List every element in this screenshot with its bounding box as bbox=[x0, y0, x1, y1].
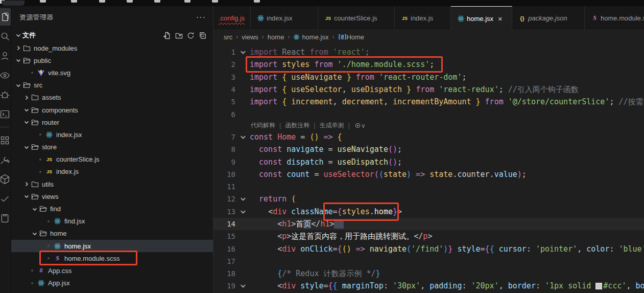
code-line-4[interactable]: 4import { useSelector, useDispatch } fro… bbox=[213, 83, 644, 96]
line-number[interactable]: 13 bbox=[213, 208, 236, 216]
line-number[interactable]: 1 bbox=[213, 48, 236, 56]
check-icon[interactable] bbox=[0, 190, 11, 207]
tree-file-index.js[interactable]: JSindex.js bbox=[11, 166, 213, 178]
activity-bar[interactable] bbox=[0, 6, 11, 293]
line-number[interactable]: 18 bbox=[213, 269, 236, 278]
tab-config.js[interactable]: .config.js bbox=[213, 6, 251, 30]
tree-file-index.jsx[interactable]: index.jsx bbox=[11, 128, 213, 141]
code-line-16[interactable]: 16 <div onClick={() => navigate('/find')… bbox=[213, 242, 644, 255]
codelens-caret[interactable]: ∨ bbox=[362, 122, 365, 129]
tree-folder-router[interactable]: router bbox=[11, 116, 213, 128]
fold-chevron-icon[interactable] bbox=[236, 209, 250, 215]
code-line-17[interactable]: 17 bbox=[213, 255, 644, 267]
clipboard-icon[interactable] bbox=[0, 209, 11, 227]
tree-file-App.css[interactable]: #App.css bbox=[11, 264, 213, 277]
code-area[interactable]: 1import React from 'react';2import style… bbox=[213, 43, 644, 292]
code-line-19[interactable]: 19 <div style={{ marginTop: '30px', padd… bbox=[213, 280, 644, 292]
codelens-link[interactable]: 函数注释 bbox=[285, 121, 309, 130]
breadcrumb-item-home[interactable]: home bbox=[268, 33, 284, 41]
code-line-2[interactable]: 2import styles from './home.module.scss'… bbox=[213, 58, 644, 71]
new-folder-button[interactable] bbox=[174, 30, 184, 40]
tree-file-home.module.scss[interactable]: Shome.module.scss bbox=[11, 252, 213, 264]
breadcrumb-item-home.jsx[interactable]: home.jsx bbox=[293, 33, 328, 41]
tree-file-home.jsx[interactable]: home.jsx bbox=[11, 240, 213, 252]
tab-home.module.scss[interactable]: Shome.module.scss bbox=[585, 6, 644, 30]
tree-folder-store[interactable]: store bbox=[11, 141, 213, 153]
more-actions-icon[interactable]: ··· bbox=[196, 13, 206, 22]
tree-folder-components[interactable]: components bbox=[11, 104, 213, 116]
line-number[interactable]: 14 bbox=[213, 220, 236, 228]
code-line-13[interactable]: 13 <div className={styles.home}> bbox=[213, 206, 644, 218]
accounts-icon[interactable] bbox=[0, 47, 11, 64]
tree-folder-public[interactable]: public bbox=[11, 54, 213, 66]
files-section-header[interactable]: 文件 bbox=[11, 29, 213, 42]
code-line-12[interactable]: 12 return ( bbox=[213, 193, 644, 205]
code-line-18[interactable]: 18 {/* Redux 计数器示例 */} bbox=[213, 267, 644, 280]
line-number[interactable]: 19 bbox=[213, 282, 236, 290]
code-line-8[interactable]: 8 const navigate = useNavigate(); bbox=[213, 143, 644, 155]
breadcrumb-item-src[interactable]: src bbox=[224, 33, 232, 41]
new-file-button[interactable] bbox=[162, 30, 173, 40]
code-line-5[interactable]: 5import { increment, decrement, incremen… bbox=[213, 96, 644, 108]
tree-file-App.jsx[interactable]: App.jsx bbox=[11, 277, 213, 289]
code-line-10[interactable]: 10 const count = useSelector((state) => … bbox=[213, 168, 644, 181]
tree-folder-find[interactable]: find bbox=[11, 202, 213, 215]
collapse-folders-button[interactable] bbox=[197, 30, 208, 40]
eye-icon[interactable] bbox=[0, 66, 11, 84]
tree-folder-home[interactable]: home bbox=[11, 228, 213, 240]
fold-chevron-icon[interactable] bbox=[236, 134, 250, 140]
apps-icon[interactable] bbox=[0, 131, 11, 149]
code-line-14[interactable]: 14 <h1>首页</h1> bbox=[213, 218, 644, 230]
breadcrumb-item-Home[interactable]: [@]Home bbox=[338, 33, 364, 41]
search-icon[interactable] bbox=[0, 28, 11, 45]
codelens-link[interactable]: 代码解释 bbox=[251, 121, 275, 130]
tab-home.jsx[interactable]: home.jsx× bbox=[451, 6, 512, 30]
refresh-button[interactable] bbox=[185, 30, 196, 40]
tab-package.json[interactable]: {}package.json bbox=[512, 6, 585, 30]
fold-chevron-icon[interactable] bbox=[236, 283, 250, 289]
code-line-11[interactable]: 11 bbox=[213, 181, 644, 193]
package-icon[interactable] bbox=[0, 170, 11, 188]
code-line-1[interactable]: 1import React from 'react'; bbox=[213, 46, 644, 58]
line-number[interactable]: 4 bbox=[213, 85, 236, 94]
tab-index.jsx[interactable]: index.jsx bbox=[251, 6, 318, 30]
tree-file-find.jsx[interactable]: find.jsx bbox=[11, 215, 213, 228]
close-icon[interactable]: × bbox=[498, 15, 503, 22]
line-number[interactable]: 8 bbox=[213, 145, 236, 153]
code-line-3[interactable]: 3import { useNavigate } from 'react-rout… bbox=[213, 71, 644, 83]
line-number[interactable]: 11 bbox=[213, 183, 236, 191]
code-line-15[interactable]: 15 <p>这是首页内容，用于路由跳转测试。</p> bbox=[213, 230, 644, 242]
line-number[interactable]: 7 bbox=[213, 133, 236, 141]
line-number[interactable]: 17 bbox=[213, 257, 236, 265]
line-number[interactable]: 3 bbox=[213, 73, 236, 81]
code-line-7[interactable]: 7const Home = () => { bbox=[213, 131, 644, 143]
fold-chevron-icon[interactable] bbox=[236, 196, 250, 202]
line-number[interactable]: 2 bbox=[213, 60, 236, 69]
tab-index.js[interactable]: JSindex.js bbox=[395, 6, 451, 30]
codelens-link[interactable]: 生成单测 bbox=[319, 121, 344, 130]
explorer-icon[interactable] bbox=[0, 8, 11, 26]
tree-folder-views[interactable]: views bbox=[11, 190, 213, 202]
code-line-9[interactable]: 9 const dispatch = useDispatch(); bbox=[213, 155, 644, 168]
code-line-6[interactable]: 6 bbox=[213, 108, 644, 120]
tools-icon[interactable] bbox=[0, 151, 11, 168]
tree-file-counterSlice.js[interactable]: JScounterSlice.js bbox=[11, 153, 213, 166]
line-number[interactable]: 12 bbox=[213, 195, 236, 203]
tree-folder-node_modules[interactable]: node_modules bbox=[11, 42, 213, 54]
line-number[interactable]: 16 bbox=[213, 245, 236, 253]
line-number[interactable]: 6 bbox=[213, 110, 236, 119]
tree-file-vite.svg[interactable]: vite.svg bbox=[11, 66, 213, 79]
ai-assistant-icon[interactable] bbox=[355, 123, 361, 128]
line-number[interactable]: 9 bbox=[213, 158, 236, 166]
terminal-icon[interactable] bbox=[0, 105, 11, 123]
bug-icon[interactable] bbox=[0, 86, 11, 103]
breadcrumb-item-views[interactable]: views bbox=[242, 33, 258, 41]
tree-folder-utils[interactable]: utils bbox=[11, 178, 213, 190]
line-number[interactable]: 5 bbox=[213, 98, 236, 106]
tab-counterSlice.js[interactable]: JScounterSlice.js bbox=[318, 6, 395, 30]
tree-folder-assets[interactable]: assets bbox=[11, 92, 213, 104]
line-number[interactable]: 10 bbox=[213, 170, 236, 178]
tree-folder-src[interactable]: src bbox=[11, 79, 213, 92]
line-number[interactable]: 15 bbox=[213, 232, 236, 240]
fold-chevron-icon[interactable] bbox=[236, 49, 250, 55]
